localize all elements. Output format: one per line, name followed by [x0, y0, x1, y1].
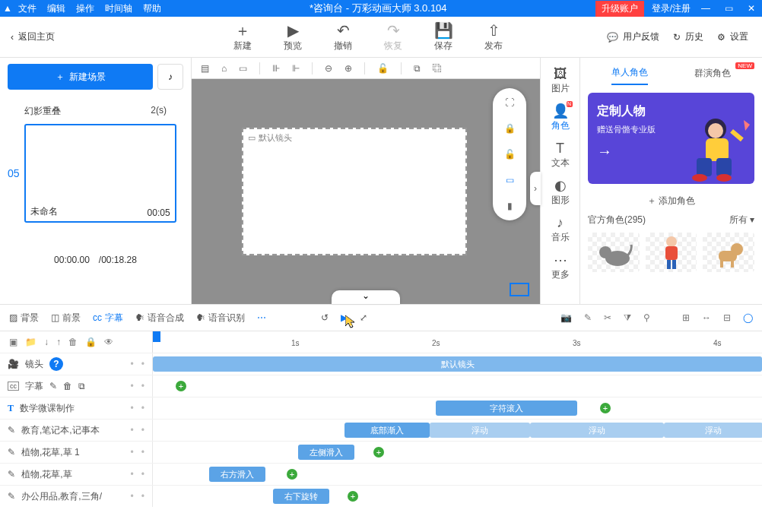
align-left-icon[interactable]: ⊪: [272, 63, 280, 74]
clip-rb-rotate[interactable]: 右下旋转: [273, 489, 329, 504]
chevron-down-icon[interactable]: ⌄: [332, 290, 400, 304]
edit-icon[interactable]: ✎: [584, 312, 592, 323]
stage-canvas[interactable]: ▭ 默认镜头: [242, 128, 467, 255]
clip-float[interactable]: 浮动: [530, 423, 664, 438]
trash-icon[interactable]: 🗑: [63, 381, 72, 391]
character-item[interactable]: [588, 233, 640, 272]
camera-tool-icon[interactable]: ▭: [239, 63, 247, 74]
tab-asr[interactable]: 🗣语音识别: [196, 312, 245, 325]
new-scene-button[interactable]: ＋ 新建场景: [8, 64, 153, 90]
back-home-button[interactable]: ‹ 返回主页: [0, 30, 65, 43]
tab-single-char[interactable]: 单人角色: [611, 66, 648, 85]
layers-icon[interactable]: ▤: [201, 63, 209, 74]
sidetab-图形[interactable]: ◐图形: [551, 177, 570, 207]
edit-icon[interactable]: ✎: [49, 381, 57, 391]
character-item[interactable]: [646, 233, 697, 272]
scene-thumbnail[interactable]: 未命名 00:05: [24, 124, 176, 223]
character-item[interactable]: [703, 233, 754, 272]
menu-help[interactable]: 帮助: [143, 2, 161, 15]
more-icon[interactable]: ⋯: [257, 312, 266, 323]
desktop-view-icon[interactable]: ▭: [501, 173, 518, 187]
arrow-down-icon[interactable]: ↓: [44, 337, 49, 347]
toolbar-发布[interactable]: ⇧发布: [468, 21, 519, 52]
expand-right-icon[interactable]: ›: [530, 172, 541, 205]
sidetab-角色[interactable]: 👤角色N: [551, 103, 570, 132]
time-ruler[interactable]: 1s 2s 3s 4s: [152, 331, 762, 353]
add-track-icon[interactable]: ▣: [9, 337, 17, 347]
tab-foreground[interactable]: ◫前景: [51, 312, 81, 325]
home-icon[interactable]: ⌂: [221, 63, 227, 74]
camera-clip[interactable]: 默认镜头: [153, 356, 762, 372]
history-icon[interactable]: ↺: [321, 312, 329, 323]
resize-indicator[interactable]: [510, 283, 529, 296]
toolbar-用户反馈[interactable]: 💬用户反馈: [607, 30, 659, 43]
minimize-button[interactable]: —: [698, 3, 713, 14]
expand-icon[interactable]: ⤢: [360, 312, 367, 323]
play-icon[interactable]: ▶: [341, 312, 348, 323]
menu-timeline[interactable]: 时间轴: [105, 2, 132, 15]
maximize-button[interactable]: ▭: [721, 3, 736, 14]
filter-all-dropdown[interactable]: 所有 ▾: [729, 214, 754, 226]
add-keyframe-button[interactable]: +: [348, 491, 358, 502]
lock-view-icon[interactable]: 🔒: [501, 122, 518, 135]
zoom-in-icon[interactable]: ⊕: [344, 63, 352, 74]
scissors-icon[interactable]: ✂: [604, 312, 611, 323]
zoom-timeline-fit-icon[interactable]: ↔: [702, 312, 711, 323]
clip-float[interactable]: 浮动: [664, 423, 762, 438]
tab-group-char[interactable]: 群演角色: [694, 67, 731, 84]
zoom-timeline-out-icon[interactable]: ⊟: [723, 312, 731, 323]
new-folder-icon[interactable]: 📁: [25, 337, 37, 347]
login-button[interactable]: 登录/注册: [652, 2, 691, 15]
tab-background[interactable]: ▨背景: [9, 312, 39, 325]
clip-scroll[interactable]: 字符滚入: [436, 401, 577, 416]
menu-action[interactable]: 操作: [76, 2, 94, 15]
marker-icon[interactable]: ◯: [743, 312, 753, 323]
arrow-up-icon[interactable]: ↑: [56, 337, 61, 347]
copy-icon[interactable]: ⧉: [78, 381, 85, 391]
toolbar-设置[interactable]: ⚙设置: [717, 30, 748, 43]
tab-tts[interactable]: 🗣语音合成: [135, 312, 184, 325]
tab-subtitle[interactable]: cc字幕: [93, 312, 123, 325]
zoom-timeline-in-icon[interactable]: ⊞: [682, 312, 690, 323]
clip-bottom-in[interactable]: 底部渐入: [344, 423, 430, 438]
sidetab-文本[interactable]: T文本: [551, 140, 570, 169]
visibility-icon[interactable]: 👁: [104, 337, 113, 347]
toolbar-新建[interactable]: ＋新建: [217, 21, 268, 52]
lock-icon[interactable]: 🔓: [377, 63, 389, 74]
upgrade-button[interactable]: 升级账户: [595, 1, 644, 17]
filter-icon[interactable]: ⧩: [624, 312, 631, 323]
add-keyframe-button[interactable]: +: [600, 403, 611, 413]
add-character-button[interactable]: ＋ 添加角色: [588, 195, 754, 207]
menu-edit[interactable]: 编辑: [47, 2, 65, 15]
clip-float[interactable]: 浮动: [430, 423, 530, 438]
paste-icon[interactable]: ⿻: [433, 63, 442, 74]
clip-right-in[interactable]: 右方滑入: [209, 467, 265, 482]
sidetab-音乐[interactable]: ♪音乐: [551, 214, 570, 244]
menu-file[interactable]: 文件: [18, 2, 37, 15]
promo-card[interactable]: 定制人物 赠送骨骼专业版 →: [588, 93, 754, 184]
add-keyframe-button[interactable]: +: [373, 447, 384, 458]
link-icon[interactable]: ⚲: [643, 312, 650, 323]
playhead[interactable]: [153, 331, 160, 342]
sound-button[interactable]: ♪: [157, 64, 183, 90]
fullscreen-icon[interactable]: ⛶: [501, 96, 518, 109]
toolbar-预览[interactable]: ▶预览: [268, 21, 318, 52]
toolbar-保存[interactable]: 💾保存: [418, 21, 468, 52]
add-keyframe-button[interactable]: +: [176, 381, 186, 391]
copy-icon[interactable]: ⧉: [414, 63, 421, 74]
add-keyframe-button[interactable]: +: [287, 469, 297, 480]
camera-icon[interactable]: 📷: [560, 312, 572, 323]
mobile-view-icon[interactable]: ▮: [501, 199, 518, 213]
sidetab-更多[interactable]: ⋯更多: [551, 252, 570, 281]
delete-icon[interactable]: 🗑: [68, 337, 78, 347]
close-button[interactable]: ✕: [744, 3, 759, 14]
zoom-out-icon[interactable]: ⊖: [325, 63, 332, 74]
lock-tracks-icon[interactable]: 🔒: [85, 337, 97, 347]
help-icon[interactable]: ?: [49, 357, 63, 371]
clip-left-in[interactable]: 左侧滑入: [298, 445, 354, 460]
sidetab-图片[interactable]: 🖼图片: [551, 65, 570, 95]
unlock-view-icon[interactable]: 🔓: [501, 147, 518, 161]
toolbar-撤销[interactable]: ↶撤销: [318, 21, 368, 52]
toolbar-历史[interactable]: ↻历史: [673, 30, 703, 43]
align-center-icon[interactable]: ⊩: [292, 63, 300, 74]
